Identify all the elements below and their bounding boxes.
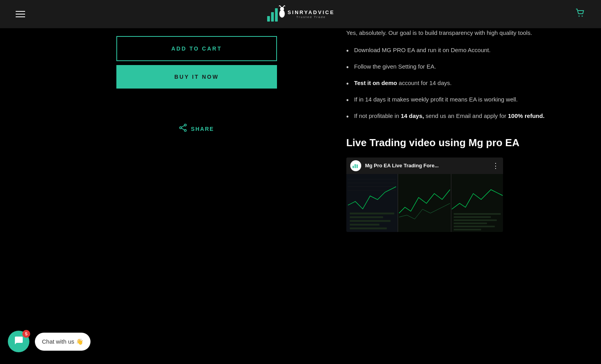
svg-point-13 xyxy=(180,127,182,129)
svg-line-15 xyxy=(182,129,185,130)
intro-text: Yes, absolutely. Our goal is to build tr… xyxy=(346,28,577,38)
video-left-col xyxy=(346,174,398,232)
right-panel: Yes, absolutely. Our goal is to build tr… xyxy=(331,28,601,364)
logo-text: SINRYADVICE Trusted Trade xyxy=(288,9,335,19)
svg-point-20 xyxy=(357,162,358,164)
svg-line-14 xyxy=(182,126,185,127)
hamburger-menu[interactable] xyxy=(16,11,25,17)
svg-line-8 xyxy=(284,5,285,6)
svg-rect-36 xyxy=(454,223,487,224)
header: SINRYADVICE Trusted Trade xyxy=(0,0,601,28)
svg-rect-2 xyxy=(275,8,278,22)
list-item: Test it on demo account for 14 days. xyxy=(346,78,577,88)
share-row[interactable]: SHARE xyxy=(179,124,214,134)
channel-icon xyxy=(350,160,361,171)
video-container[interactable]: Mg Pro EA Live Trading Fore... ⋮ xyxy=(346,158,503,232)
svg-rect-0 xyxy=(267,16,270,22)
svg-rect-30 xyxy=(349,227,387,229)
video-right-col xyxy=(451,174,503,232)
svg-rect-21 xyxy=(348,176,396,230)
svg-point-11 xyxy=(185,124,186,126)
svg-rect-37 xyxy=(454,226,495,227)
svg-rect-33 xyxy=(454,213,501,215)
left-panel: ADD TO CART BUY IT NOW SHARE xyxy=(0,28,331,364)
svg-point-10 xyxy=(582,16,583,17)
cart-icon[interactable] xyxy=(575,8,585,20)
video-options-icon[interactable]: ⋮ xyxy=(492,161,499,170)
svg-rect-17 xyxy=(355,164,356,168)
list-item: If not profitable in 14 days, send us an… xyxy=(346,111,577,121)
video-play-area[interactable] xyxy=(398,174,451,232)
svg-line-6 xyxy=(283,5,284,7)
svg-rect-29 xyxy=(349,224,379,226)
svg-rect-35 xyxy=(454,219,497,221)
buy-now-button[interactable]: BUY IT NOW xyxy=(116,65,277,89)
video-title: Mg Pro EA Live Trading Fore... xyxy=(365,163,488,168)
svg-point-12 xyxy=(185,130,186,132)
svg-line-7 xyxy=(279,5,280,6)
svg-rect-28 xyxy=(349,220,390,222)
site-logo: SINRYADVICE Trusted Trade xyxy=(266,5,335,23)
svg-rect-16 xyxy=(353,166,354,168)
list-item: If in 14 days it makes weekly profit it … xyxy=(346,95,577,104)
list-item: Follow the given Setting for EA. xyxy=(346,62,577,71)
video-section-title: Live Trading video using Mg pro EA xyxy=(346,136,577,150)
add-to-cart-button[interactable]: ADD TO CART xyxy=(116,36,277,61)
video-thumbnail xyxy=(346,174,503,232)
svg-rect-34 xyxy=(454,216,491,218)
chat-bubble-icon xyxy=(14,336,24,348)
list-item: Download MG PRO EA and run it on Demo Ac… xyxy=(346,45,577,55)
video-top-bar: Mg Pro EA Live Trading Fore... ⋮ xyxy=(346,158,503,174)
svg-point-4 xyxy=(280,7,284,11)
chat-open-button[interactable]: 5 xyxy=(8,331,29,352)
svg-rect-27 xyxy=(349,216,383,218)
svg-point-9 xyxy=(579,16,580,17)
bullet-list: Download MG PRO EA and run it on Demo Ac… xyxy=(346,45,577,121)
brand-tagline: Trusted Trade xyxy=(296,15,326,19)
brand-name: SINRYADVICE xyxy=(288,9,335,15)
svg-line-5 xyxy=(280,5,281,7)
svg-rect-38 xyxy=(454,229,481,230)
chat-widget: 5 Chat with us 👋 xyxy=(8,331,91,352)
share-icon xyxy=(179,124,187,134)
svg-rect-1 xyxy=(271,12,274,22)
share-label: SHARE xyxy=(191,126,214,132)
main-content: ADD TO CART BUY IT NOW SHARE Yes, absolu… xyxy=(0,28,601,364)
chat-badge: 5 xyxy=(22,330,30,338)
chat-tooltip[interactable]: Chat with us 👋 xyxy=(35,333,91,351)
svg-rect-26 xyxy=(349,212,394,214)
svg-rect-31 xyxy=(399,174,450,232)
